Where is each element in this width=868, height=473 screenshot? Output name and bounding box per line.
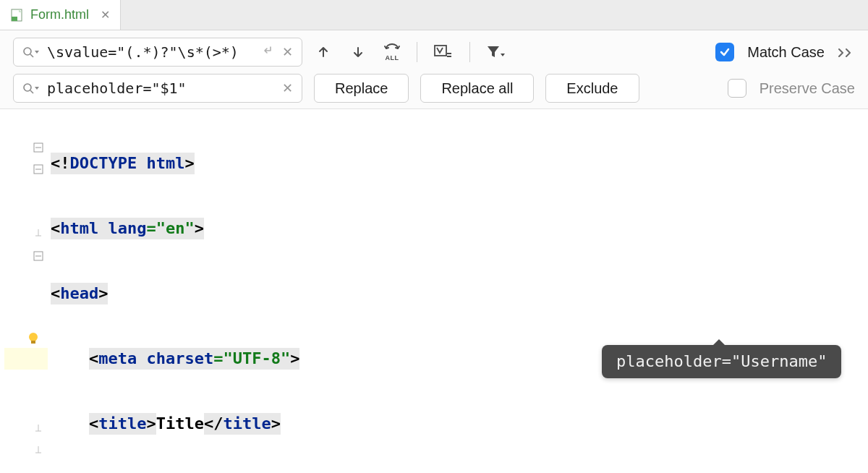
search-icon[interactable] xyxy=(22,82,40,94)
editor-tab-bar: Form.html ✕ xyxy=(0,0,868,30)
match-case-checkbox[interactable] xyxy=(715,43,734,61)
svg-rect-5 xyxy=(447,53,451,54)
code-editor[interactable]: <!DOCTYPE html> <html lang="en"> <head> … xyxy=(0,109,868,472)
close-tab-icon[interactable]: ✕ xyxy=(101,8,110,22)
fold-icon[interactable] xyxy=(33,158,43,169)
fold-icon[interactable] xyxy=(33,245,43,255)
svg-rect-6 xyxy=(447,56,451,57)
svg-line-3 xyxy=(30,54,33,57)
intention-bulb-icon[interactable] xyxy=(26,330,41,344)
file-tab[interactable]: Form.html ✕ xyxy=(0,0,121,30)
svg-rect-18 xyxy=(31,341,35,344)
preserve-case-label: Preserve Case xyxy=(760,80,855,97)
svg-point-2 xyxy=(24,48,31,55)
select-all-icon[interactable]: ALL xyxy=(383,43,401,61)
search-icon[interactable] xyxy=(22,46,40,58)
fold-icon[interactable] xyxy=(33,137,43,147)
exclude-button[interactable]: Exclude xyxy=(545,74,639,103)
clear-find-icon[interactable]: ✕ xyxy=(282,44,293,60)
replace-preview-tooltip: placeholder="Username" xyxy=(602,345,841,378)
file-tab-label: Form.html xyxy=(30,7,89,22)
replace-input[interactable] xyxy=(47,80,275,97)
toolbar-divider xyxy=(417,42,417,62)
find-nav: ALL xyxy=(314,42,505,62)
match-case-label: Match Case xyxy=(747,44,825,61)
editor-gutter xyxy=(4,109,48,472)
replace-button[interactable]: Replace xyxy=(314,74,409,103)
html-file-icon xyxy=(10,8,25,22)
fold-end-icon[interactable] xyxy=(33,223,43,234)
svg-line-8 xyxy=(30,90,33,93)
code-area[interactable]: <!DOCTYPE html> <html lang="en"> <head> … xyxy=(48,109,868,472)
filter-icon[interactable] xyxy=(486,43,505,61)
replace-options: Preserve Case xyxy=(728,79,855,98)
svg-point-17 xyxy=(29,333,38,341)
prev-match-icon[interactable] xyxy=(314,43,333,61)
replace-all-button[interactable]: Replace all xyxy=(420,74,534,103)
select-occurrences-icon[interactable] xyxy=(433,43,454,61)
svg-point-7 xyxy=(24,84,31,91)
enter-icon xyxy=(260,45,275,59)
preserve-case-checkbox[interactable] xyxy=(728,79,746,98)
find-input-wrap: ✕ xyxy=(13,38,302,67)
fold-end-icon[interactable] xyxy=(33,440,43,451)
fold-end-icon[interactable] xyxy=(33,419,43,429)
toolbar-divider xyxy=(469,42,470,62)
find-options: Match Case xyxy=(715,43,855,61)
clear-replace-icon[interactable]: ✕ xyxy=(282,80,293,96)
svg-rect-1 xyxy=(12,17,17,21)
find-input[interactable] xyxy=(47,43,253,61)
replace-input-wrap: ✕ xyxy=(13,74,302,103)
find-replace-bar: ✕ ALL Match Case ✕ Replace Replace all xyxy=(0,30,868,109)
next-match-icon[interactable] xyxy=(349,43,367,61)
more-options-icon[interactable] xyxy=(838,47,855,57)
